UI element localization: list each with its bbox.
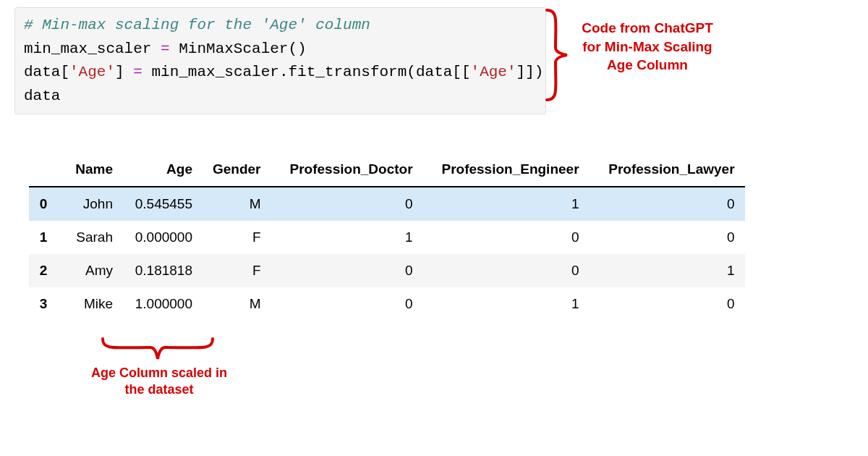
- table-header: Profession_Doctor: [271, 154, 423, 187]
- code-string: 'Age': [471, 64, 516, 80]
- code-text: data: [24, 88, 60, 104]
- table-header: Profession_Engineer: [423, 154, 590, 187]
- output-table-wrap: Name Age Gender Profession_Doctor Profes…: [29, 154, 854, 321]
- dataframe-table: Name Age Gender Profession_Doctor Profes…: [29, 154, 745, 321]
- cell-gender: F: [203, 254, 271, 287]
- table-row: 1 Sarah 0.000000 F 1 0 0: [29, 221, 745, 254]
- table-header-index: [29, 154, 58, 187]
- code-text: ]: [115, 64, 133, 80]
- cell-pd: 0: [271, 254, 423, 287]
- code-text: MinMaxScaler(): [170, 41, 307, 57]
- code-text: min_max_scaler: [24, 41, 161, 57]
- cell-name: Amy: [58, 254, 123, 287]
- table-row: 3 Mike 1.000000 M 0 1 0: [29, 287, 745, 321]
- table-header: Profession_Lawyer: [590, 154, 745, 187]
- cell-pe: 1: [423, 187, 590, 221]
- cell-age: 0.545455: [123, 187, 203, 221]
- cell-pe: 1: [423, 287, 590, 321]
- annotation-line: for Min-Max Scaling: [582, 39, 712, 54]
- code-op: =: [161, 41, 170, 57]
- code-text: min_max_scaler.fit_transform(data[[: [142, 64, 471, 80]
- table-header: Name: [58, 154, 123, 187]
- table-header: Age: [123, 154, 203, 187]
- code-text: data[: [24, 64, 69, 80]
- cell-name: Mike: [58, 287, 123, 321]
- cell-gender: M: [203, 287, 271, 321]
- cell-age: 0.181818: [123, 254, 203, 287]
- cell-name: John: [58, 187, 123, 221]
- code-string: 'Age': [69, 64, 115, 80]
- annotation-code-label: Code from ChatGPT for Min-Max Scaling Ag…: [568, 19, 727, 75]
- cell-pd: 0: [271, 187, 423, 221]
- row-index: 1: [29, 221, 58, 254]
- annotation-line: the dataset: [124, 382, 193, 397]
- table-row: 2 Amy 0.181818 F 0 0 1: [29, 254, 745, 287]
- annotation-age-label: Age Column scaled in the dataset: [87, 365, 231, 399]
- cell-name: Sarah: [58, 221, 123, 254]
- code-cell: # Min-max scaling for the 'Age' column m…: [14, 7, 546, 114]
- row-index: 0: [29, 187, 58, 221]
- cell-pe: 0: [423, 254, 590, 287]
- annotation-line: Code from ChatGPT: [582, 20, 713, 35]
- row-index: 3: [29, 287, 58, 321]
- code-op: =: [133, 64, 142, 80]
- cell-pl: 0: [590, 221, 745, 254]
- cell-pe: 0: [423, 221, 590, 254]
- cell-pl: 1: [590, 254, 745, 287]
- cell-pl: 0: [590, 287, 745, 321]
- code-comment: # Min-max scaling for the 'Age' column: [24, 17, 370, 33]
- row-index: 2: [29, 254, 58, 287]
- table-header: Gender: [203, 154, 271, 187]
- annotation-line: Age Column: [607, 57, 688, 72]
- annotation-line: Age Column scaled in: [91, 366, 227, 380]
- cell-gender: M: [203, 187, 271, 221]
- table-row: 0 John 0.545455 M 0 1 0: [29, 187, 745, 221]
- curly-brace-bottom-icon: [100, 334, 216, 362]
- cell-age: 1.000000: [123, 287, 203, 321]
- curly-brace-right-icon: [541, 7, 570, 103]
- table-header-row: Name Age Gender Profession_Doctor Profes…: [29, 154, 745, 187]
- cell-pl: 0: [590, 187, 745, 221]
- cell-pd: 0: [271, 287, 423, 321]
- code-text: ]]): [516, 64, 544, 80]
- cell-pd: 1: [271, 221, 423, 254]
- cell-age: 0.000000: [123, 221, 203, 254]
- cell-gender: F: [203, 221, 271, 254]
